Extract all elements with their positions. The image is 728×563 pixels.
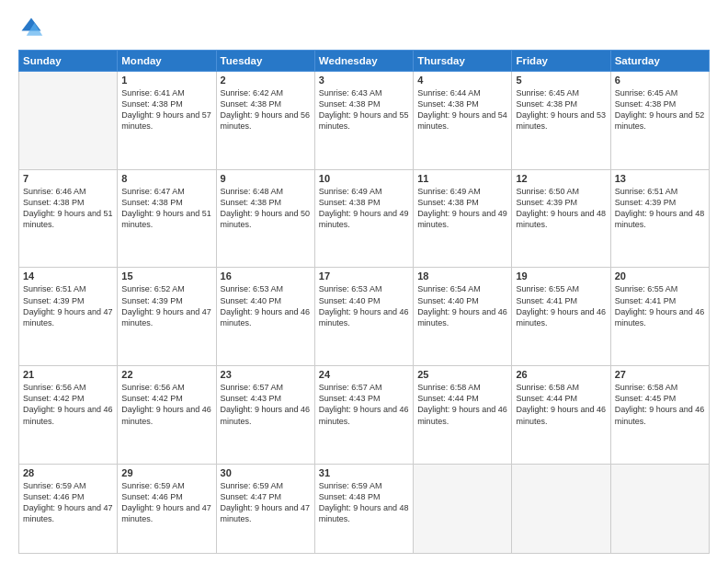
cell-details: Sunrise: 6:49 AMSunset: 4:38 PMDaylight:… <box>417 186 507 231</box>
calendar-table: SundayMondayTuesdayWednesdayThursdayFrid… <box>18 50 710 554</box>
cell-details: Sunrise: 6:41 AMSunset: 4:38 PMDaylight:… <box>121 87 211 132</box>
day-number: 24 <box>319 369 409 380</box>
calendar-cell <box>414 464 512 553</box>
day-number: 31 <box>319 467 409 478</box>
cell-details: Sunrise: 6:57 AMSunset: 4:43 PMDaylight:… <box>221 382 311 427</box>
cell-details: Sunrise: 6:54 AMSunset: 4:40 PMDaylight:… <box>417 283 507 328</box>
cell-details: Sunrise: 6:46 AMSunset: 4:38 PMDaylight:… <box>23 186 113 231</box>
calendar-cell: 17Sunrise: 6:53 AMSunset: 4:40 PMDayligh… <box>314 268 413 366</box>
day-number: 16 <box>221 270 311 282</box>
cell-details: Sunrise: 6:47 AMSunset: 4:38 PMDaylight:… <box>121 186 211 231</box>
calendar-header-friday: Friday <box>512 51 610 72</box>
day-number: 5 <box>516 75 606 86</box>
day-number: 19 <box>516 270 606 282</box>
calendar-header-wednesday: Wednesday <box>314 51 413 72</box>
day-number: 10 <box>319 173 409 184</box>
cell-details: Sunrise: 6:59 AMSunset: 4:46 PMDaylight:… <box>121 480 211 525</box>
calendar-cell: 1Sunrise: 6:41 AMSunset: 4:38 PMDaylight… <box>118 72 216 170</box>
calendar-cell: 31Sunrise: 6:59 AMSunset: 4:48 PMDayligh… <box>314 464 413 553</box>
cell-details: Sunrise: 6:43 AMSunset: 4:38 PMDaylight:… <box>319 87 409 132</box>
header <box>18 15 710 40</box>
day-number: 8 <box>121 173 211 184</box>
calendar-cell: 16Sunrise: 6:53 AMSunset: 4:40 PMDayligh… <box>216 268 314 366</box>
day-number: 13 <box>615 173 705 184</box>
cell-details: Sunrise: 6:59 AMSunset: 4:48 PMDaylight:… <box>319 480 409 525</box>
cell-details: Sunrise: 6:52 AMSunset: 4:39 PMDaylight:… <box>121 283 211 328</box>
page: SundayMondayTuesdayWednesdayThursdayFrid… <box>0 0 728 563</box>
calendar-header-thursday: Thursday <box>414 51 512 72</box>
day-number: 3 <box>319 75 409 86</box>
calendar-cell: 22Sunrise: 6:56 AMSunset: 4:42 PMDayligh… <box>118 366 216 465</box>
calendar-header-monday: Monday <box>118 51 216 72</box>
calendar-header-tuesday: Tuesday <box>216 51 314 72</box>
calendar-cell: 3Sunrise: 6:43 AMSunset: 4:38 PMDaylight… <box>314 72 413 170</box>
day-number: 30 <box>221 467 311 478</box>
cell-details: Sunrise: 6:58 AMSunset: 4:44 PMDaylight:… <box>516 382 606 427</box>
cell-details: Sunrise: 6:53 AMSunset: 4:40 PMDaylight:… <box>221 283 311 328</box>
day-number: 15 <box>121 270 211 282</box>
day-number: 9 <box>221 173 311 184</box>
day-number: 4 <box>417 75 507 86</box>
cell-details: Sunrise: 6:48 AMSunset: 4:38 PMDaylight:… <box>221 186 311 231</box>
day-number: 18 <box>417 270 507 282</box>
day-number: 21 <box>23 369 113 380</box>
calendar-cell: 28Sunrise: 6:59 AMSunset: 4:46 PMDayligh… <box>19 464 118 553</box>
calendar-week-1: 1Sunrise: 6:41 AMSunset: 4:38 PMDaylight… <box>19 72 710 170</box>
cell-details: Sunrise: 6:56 AMSunset: 4:42 PMDaylight:… <box>23 382 113 427</box>
calendar-cell: 18Sunrise: 6:54 AMSunset: 4:40 PMDayligh… <box>414 268 512 366</box>
calendar-cell: 20Sunrise: 6:55 AMSunset: 4:41 PMDayligh… <box>610 268 709 366</box>
day-number: 12 <box>516 173 606 184</box>
calendar-cell: 19Sunrise: 6:55 AMSunset: 4:41 PMDayligh… <box>512 268 610 366</box>
day-number: 27 <box>615 369 705 380</box>
calendar-cell <box>512 464 610 553</box>
cell-details: Sunrise: 6:49 AMSunset: 4:38 PMDaylight:… <box>319 186 409 231</box>
cell-details: Sunrise: 6:56 AMSunset: 4:42 PMDaylight:… <box>121 382 211 427</box>
cell-details: Sunrise: 6:51 AMSunset: 4:39 PMDaylight:… <box>615 186 705 231</box>
calendar-cell: 30Sunrise: 6:59 AMSunset: 4:47 PMDayligh… <box>216 464 314 553</box>
cell-details: Sunrise: 6:58 AMSunset: 4:44 PMDaylight:… <box>417 382 507 427</box>
day-number: 25 <box>417 369 507 380</box>
calendar-cell <box>610 464 709 553</box>
day-number: 20 <box>615 270 705 282</box>
cell-details: Sunrise: 6:57 AMSunset: 4:43 PMDaylight:… <box>319 382 409 427</box>
cell-details: Sunrise: 6:59 AMSunset: 4:47 PMDaylight:… <box>221 480 311 525</box>
cell-details: Sunrise: 6:55 AMSunset: 4:41 PMDaylight:… <box>615 283 705 328</box>
calendar-week-2: 7Sunrise: 6:46 AMSunset: 4:38 PMDaylight… <box>19 169 710 268</box>
day-number: 22 <box>121 369 211 380</box>
cell-details: Sunrise: 6:58 AMSunset: 4:45 PMDaylight:… <box>615 382 705 427</box>
day-number: 2 <box>221 75 311 86</box>
calendar-cell: 13Sunrise: 6:51 AMSunset: 4:39 PMDayligh… <box>610 169 709 268</box>
calendar-week-4: 21Sunrise: 6:56 AMSunset: 4:42 PMDayligh… <box>19 366 710 465</box>
calendar-cell <box>19 72 118 170</box>
calendar-cell: 24Sunrise: 6:57 AMSunset: 4:43 PMDayligh… <box>314 366 413 465</box>
day-number: 11 <box>417 173 507 184</box>
cell-details: Sunrise: 6:50 AMSunset: 4:39 PMDaylight:… <box>516 186 606 231</box>
calendar-header-sunday: Sunday <box>19 51 118 72</box>
day-number: 1 <box>121 75 211 86</box>
calendar-cell: 4Sunrise: 6:44 AMSunset: 4:38 PMDaylight… <box>414 72 512 170</box>
calendar-header-row: SundayMondayTuesdayWednesdayThursdayFrid… <box>19 51 710 72</box>
calendar-week-3: 14Sunrise: 6:51 AMSunset: 4:39 PMDayligh… <box>19 268 710 366</box>
calendar-cell: 5Sunrise: 6:45 AMSunset: 4:38 PMDaylight… <box>512 72 610 170</box>
day-number: 29 <box>121 467 211 478</box>
calendar-cell: 27Sunrise: 6:58 AMSunset: 4:45 PMDayligh… <box>610 366 709 465</box>
calendar-cell: 15Sunrise: 6:52 AMSunset: 4:39 PMDayligh… <box>118 268 216 366</box>
calendar-cell: 14Sunrise: 6:51 AMSunset: 4:39 PMDayligh… <box>19 268 118 366</box>
cell-details: Sunrise: 6:42 AMSunset: 4:38 PMDaylight:… <box>221 87 311 132</box>
calendar-cell: 21Sunrise: 6:56 AMSunset: 4:42 PMDayligh… <box>19 366 118 465</box>
day-number: 23 <box>221 369 311 380</box>
day-number: 28 <box>23 467 113 478</box>
calendar-cell: 2Sunrise: 6:42 AMSunset: 4:38 PMDaylight… <box>216 72 314 170</box>
day-number: 17 <box>319 270 409 282</box>
day-number: 6 <box>615 75 705 86</box>
calendar-header-saturday: Saturday <box>610 51 709 72</box>
calendar-cell: 11Sunrise: 6:49 AMSunset: 4:38 PMDayligh… <box>414 169 512 268</box>
calendar-cell: 26Sunrise: 6:58 AMSunset: 4:44 PMDayligh… <box>512 366 610 465</box>
cell-details: Sunrise: 6:45 AMSunset: 4:38 PMDaylight:… <box>516 87 606 132</box>
cell-details: Sunrise: 6:51 AMSunset: 4:39 PMDaylight:… <box>23 283 113 328</box>
cell-details: Sunrise: 6:45 AMSunset: 4:38 PMDaylight:… <box>615 87 705 132</box>
calendar-cell: 29Sunrise: 6:59 AMSunset: 4:46 PMDayligh… <box>118 464 216 553</box>
cell-details: Sunrise: 6:44 AMSunset: 4:38 PMDaylight:… <box>417 87 507 132</box>
logo <box>18 15 48 40</box>
calendar-cell: 23Sunrise: 6:57 AMSunset: 4:43 PMDayligh… <box>216 366 314 465</box>
